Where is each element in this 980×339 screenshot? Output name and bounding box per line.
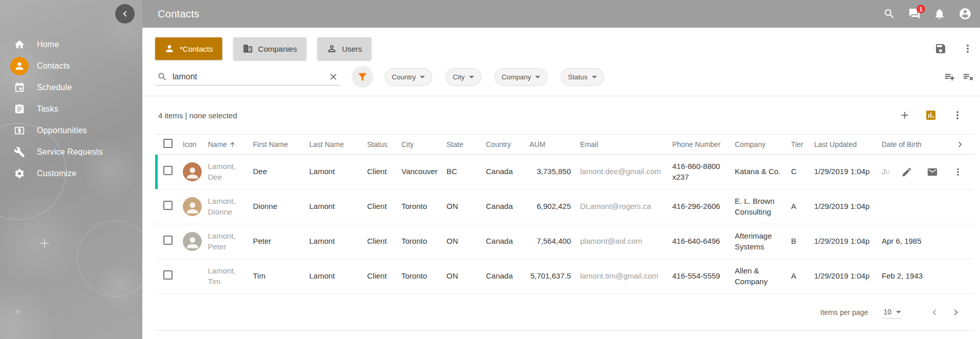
row-checkbox[interactable] [163, 236, 173, 245]
save-view-button[interactable] [934, 43, 947, 55]
grid-toolbar: 4 items | none selected [155, 96, 974, 134]
column-header-state[interactable]: State [446, 140, 486, 150]
column-header-country[interactable]: Country [486, 140, 529, 150]
sidebar-item-customize[interactable]: Customize [0, 163, 142, 184]
sidebar-item-label: Tasks [37, 104, 58, 114]
cell-state: BC [446, 166, 486, 177]
column-header-name[interactable]: Name [208, 140, 253, 150]
column-header-email[interactable]: Email [573, 140, 672, 150]
cell-date-of-birth: Feb 2, 1943 [882, 271, 950, 281]
column-header-aum[interactable]: AUM [529, 140, 573, 150]
sidebar-item-schedule[interactable]: Schedule [0, 77, 142, 98]
column-header-first-name[interactable]: First Name [253, 140, 309, 150]
remove-from-list-button[interactable] [963, 71, 974, 82]
filter-chip-label: Status [568, 73, 587, 81]
home-icon [10, 35, 29, 54]
sidebar-nav: Home Contacts Schedule Tasks Opportuniti… [0, 0, 142, 184]
cell-email: lamont.dee@gmail.com [573, 166, 672, 177]
column-header-last-updated[interactable]: Last Updated [814, 140, 882, 150]
chevron-down-icon [592, 76, 597, 78]
filter-chip[interactable]: Company [495, 68, 548, 86]
sidebar-item-tasks[interactable]: Tasks [0, 98, 142, 120]
cell-company: Allen & Company [735, 266, 791, 287]
cell-name: Lamont, Tim [208, 266, 253, 287]
sidebar-item-home[interactable]: Home [0, 34, 142, 55]
tab-companies[interactable]: Companies [233, 37, 306, 60]
table-row[interactable]: Lamont, Peter Peter Lamont Client Toront… [155, 224, 974, 259]
tasks-icon [10, 100, 29, 118]
cell-state: ON [446, 201, 486, 211]
column-header-icon[interactable]: Icon [177, 140, 208, 150]
search-icon [883, 8, 896, 20]
sidebar-collapse-button[interactable] [115, 4, 135, 24]
tab-users[interactable]: Users [317, 37, 371, 60]
table-row[interactable]: Lamont, Dionne Dionne Lamont Client Toro… [155, 189, 974, 224]
row-menu-button[interactable] [952, 166, 964, 178]
sidebar: Home Contacts Schedule Tasks Opportuniti… [0, 0, 142, 339]
account-button[interactable] [958, 7, 972, 20]
filter-button[interactable] [352, 66, 373, 88]
chart-view-button[interactable] [925, 109, 937, 121]
filter-chip[interactable]: City [445, 68, 481, 86]
row-checkbox[interactable] [163, 166, 173, 175]
main-area: Contacts 1 [142, 0, 980, 339]
previous-page-button[interactable] [924, 302, 945, 323]
account-circle-icon [958, 7, 972, 20]
more-vert-icon [962, 43, 974, 55]
search-input[interactable] [173, 72, 323, 81]
close-icon [328, 72, 338, 82]
topbar-actions: 1 [883, 7, 972, 20]
cell-phone: 416-640-6496 [672, 236, 735, 246]
cell-name: Lamont, Peter [208, 231, 253, 252]
notifications-button[interactable] [933, 8, 946, 20]
cell-last-name: Lamont [309, 166, 367, 177]
avatar [183, 162, 202, 181]
clear-search-button[interactable] [328, 72, 338, 82]
cell-status: Client [367, 201, 401, 211]
column-header-phone[interactable]: Phone Number [672, 140, 735, 150]
money-icon [10, 121, 29, 140]
next-page-button[interactable] [945, 302, 967, 323]
avatar [183, 232, 202, 251]
column-header-company[interactable]: Company [735, 140, 791, 150]
cell-last-updated: 1/29/2019 1:04p [814, 236, 882, 246]
table-row[interactable]: Lamont, Tim Tim Lamont Client Toronto ON… [155, 259, 974, 294]
column-header-status[interactable]: Status [367, 140, 401, 150]
column-header-tier[interactable]: Tier [791, 140, 814, 150]
add-record-button[interactable] [899, 110, 910, 121]
tab-contacts[interactable]: *Contacts [155, 37, 222, 60]
column-header-city[interactable]: City [401, 140, 446, 150]
chevron-right-icon [954, 139, 966, 150]
avatar [183, 197, 202, 216]
row-checkbox[interactable] [163, 201, 173, 210]
pagination-bar: Items per page 10 [155, 294, 974, 331]
scroll-columns-right-button[interactable] [954, 139, 966, 150]
filter-chip[interactable]: Status [561, 68, 604, 86]
cell-state: ON [446, 271, 486, 281]
sidebar-item-opportunities[interactable]: Opportunities [0, 120, 142, 141]
page-title: Contacts [158, 8, 199, 20]
grid-menu-button[interactable] [951, 109, 964, 121]
more-vert-icon [951, 109, 964, 121]
sidebar-item-contacts[interactable]: Contacts [0, 55, 142, 77]
filter-chip[interactable]: Country [385, 68, 432, 86]
cell-last-updated: 1/29/2019 1:04p [814, 201, 882, 211]
cell-country: Canada [486, 166, 529, 177]
sidebar-item-service-requests[interactable]: Service Requests [0, 141, 142, 163]
messages-button[interactable]: 1 [908, 8, 921, 20]
select-all-checkbox[interactable] [163, 139, 173, 148]
global-search-button[interactable] [883, 8, 896, 20]
items-per-page-select[interactable]: 10 [882, 306, 902, 319]
view-menu-button[interactable] [962, 43, 974, 55]
row-checkbox[interactable] [163, 270, 173, 280]
column-header-last-name[interactable]: Last Name [309, 140, 367, 150]
table-row[interactable]: Lamont, Dee Dee Lamont Client Vancouver … [155, 155, 974, 189]
add-to-list-button[interactable] [944, 71, 955, 82]
search-icon [157, 72, 167, 82]
playlist-add-icon [944, 71, 955, 82]
column-header-date-of-birth[interactable]: Date of Birth [882, 140, 950, 150]
tab-label: Companies [258, 45, 297, 53]
edit-button[interactable] [901, 166, 912, 178]
email-button[interactable] [927, 166, 938, 178]
cell-first-name: Tim [253, 271, 309, 281]
